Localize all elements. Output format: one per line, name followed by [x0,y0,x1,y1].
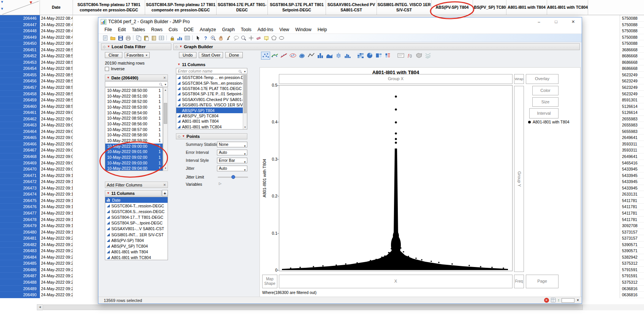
filter-date-item[interactable]: 10-May-2022 09:01:001 [105,149,163,155]
red-triangle-menu-icon[interactable]: ▼ [107,45,110,48]
table-icon[interactable] [184,34,191,41]
clear-selection-icon[interactable]: ✕ [544,298,549,303]
interval-style-select[interactable]: Error Bar▼ [217,158,247,163]
column-header[interactable]: SGSI801-INTEG. VISCO 1ERS/V-CST [377,0,432,15]
menu-rows[interactable]: Rows [148,27,166,32]
table-row[interactable]: 20647424-May-2022 09:13:.. [0,191,73,198]
table-row[interactable]: 20645024-May-2022 08:49:.. [0,40,73,47]
column-search-input[interactable]: Enter column name ▼ [176,68,247,74]
column-list-item[interactable]: SGSTC804.SP-Tem...en pression-DEGC [176,80,247,85]
table-row[interactable]: 20647724-May-2022 09:16:.. [0,210,73,216]
table-row[interactable]: 20646924-May-2022 09:08:.. [0,160,73,166]
horizontal-scrollbar-thumb[interactable] [43,305,583,310]
grid-view-icon[interactable] [551,298,556,303]
window-titlebar[interactable]: TC804 perf_2 - Graph Builder - JMP Pro –… [98,17,582,26]
table-row[interactable]: 20648324-May-2022 09:22:.. [0,248,73,254]
line-of-fit-element-icon[interactable] [279,52,288,60]
menu-tables[interactable]: Tables [129,27,148,32]
interval-drop-zone[interactable]: Interval [529,108,559,119]
parallel-plot-element-icon[interactable] [424,52,433,60]
table-row[interactable]: 20647524-May-2022 09:14:.. [0,198,73,204]
caption-box-element-icon[interactable] [396,52,405,60]
table-row[interactable]: 20645724-May-2022 08:56:.. [0,84,73,91]
variables-disclosure-icon[interactable]: ▷ [219,182,222,185]
column-list-item[interactable]: SGSTC804-Temp ... en pression-DEGC [176,75,247,80]
column-header[interactable]: SGSTC804.SP-Temp plateau 17 T801compensé… [145,0,217,15]
column-list-item[interactable]: A801-I801 with TC804 [176,124,247,130]
lock-icon[interactable] [168,34,176,41]
table-row[interactable]: 20644724-May-2022 08:46:.. [0,22,73,28]
error-interval-select[interactable]: Auto▼ [217,150,247,155]
scrollbar-thumb[interactable] [244,75,247,113]
table-row[interactable]: 20648224-May-2022 09:21:.. [0,242,73,248]
filter-column-item[interactable]: A801-I801 with TC804 [105,255,168,260]
filter-column-item[interactable]: ABS(PV-SP) T804 [105,237,168,243]
column-header[interactable]: ABS(PV-SP) T804 [432,0,473,15]
annotate-icon[interactable] [263,34,270,41]
plot-area[interactable] [279,85,513,271]
horizontal-scrollbar[interactable]: ◄ [37,304,644,310]
scroll-down-icon[interactable]: ▼ [243,125,247,130]
filter-date-item[interactable]: 10-May-2022 08:58:001 [105,132,163,138]
scroll-up-icon[interactable]: ▲ [163,88,168,92]
magnifier-icon[interactable] [240,34,247,41]
help-icon[interactable]: ? [202,34,209,41]
start-over-button[interactable]: Start Over [199,52,223,58]
table-row[interactable]: 20648124-May-2022 09:20:.. [0,235,73,242]
undo-button[interactable]: Undo [179,52,196,58]
filter-date-item[interactable]: 10-May-2022 09:00:001 [105,144,163,149]
status-caret-icon[interactable]: ▼ [576,299,579,302]
layout-icon[interactable] [158,34,165,41]
freq-drop-zone[interactable]: Freq [514,275,524,288]
collapse-diamond-icon[interactable]: ◇ [103,45,106,49]
table-row[interactable]: 20648624-May-2022 09:25:.. [0,267,73,273]
done-button[interactable]: Done [225,52,243,58]
filter-date-item[interactable]: 10-May-2022 08:56:001 [105,121,163,127]
new-data-table-icon[interactable] [101,34,109,41]
table-panel-menu-icon[interactable]: ▼ [0,0,4,4]
filter-column-item[interactable]: ABS(PV_SP) TC804 [105,243,168,249]
histogram-element-icon[interactable] [343,52,352,60]
red-triangle-menu-icon[interactable]: ▼ [177,63,180,66]
polygon-icon[interactable] [270,34,277,41]
builder-columns-header[interactable]: ▼ 11 Columns [176,62,247,67]
collapse-diamond-icon[interactable]: ◇ [178,135,180,138]
close-button[interactable]: ✕ [565,17,582,26]
hand-icon[interactable] [217,34,224,41]
table-row[interactable]: 20646324-May-2022 09:02:.. [0,122,73,128]
filter-date-item[interactable]: 10-May-2022 09:03:001 [105,160,163,166]
red-triangle-menu-icon[interactable]: ▼ [107,192,110,195]
table-row[interactable]: 20647124-May-2022 09:10:.. [0,172,73,179]
x-drop-zone[interactable]: X [279,275,513,288]
map-shape-drop-zone[interactable]: Map Shape [262,275,277,288]
columns-list-scrollbar[interactable]: ▼ [243,75,247,129]
brush-icon[interactable] [225,34,232,41]
table-row[interactable]: 20645924-May-2022 08:58:.. [0,97,73,103]
overlay-drop-zone[interactable]: Overlay [526,74,559,84]
journal-icon[interactable] [150,34,157,41]
color-drop-zone[interactable]: Color [532,86,559,95]
filter-date-item[interactable]: 10-May-2022 08:53:001 [105,104,163,110]
cursor-icon[interactable] [194,34,201,41]
minimize-button[interactable]: – [530,17,547,26]
jitter-select[interactable]: Auto▼ [217,166,247,171]
red-triangle-menu-icon[interactable]: ▼ [182,135,185,138]
filter-column-item[interactable]: SGSI801-INT... 1ER S/V-CST [105,232,168,237]
column-list-item[interactable]: SGST804-17E PLAT T801-DEGC [176,86,247,91]
add-filter-columns-bar[interactable]: Add Filter Columns ✕ [105,182,168,188]
pie-element-icon[interactable] [365,52,374,60]
print-icon[interactable] [124,34,131,41]
menu-edit[interactable]: Edit [115,27,129,32]
heatmap-element-icon[interactable] [356,52,365,60]
table-row[interactable]: 20646724-May-2022 09:06:.. [0,147,73,153]
filter-column-item[interactable]: SGSTC804-T...ression-DEGC [105,203,168,209]
column-header[interactable]: ABS(PV_SP) TC804 [473,0,506,15]
column-header[interactable]: SGST804.SP-17E PLAT T801Setpoint-DEGC [268,0,326,15]
remove-filter-field-icon[interactable]: ✕ [163,76,166,80]
menu-file[interactable]: File [101,27,115,32]
filter-column-item[interactable]: SGST804.SP-...tpoint-DEGC [105,220,168,226]
filter-date-item[interactable]: 10-May-2022 08:51:001 [105,93,163,99]
lasso-icon[interactable] [232,34,239,41]
copy-icon[interactable] [135,34,142,41]
column-header[interactable]: A801-I801 with T804 [506,0,547,15]
